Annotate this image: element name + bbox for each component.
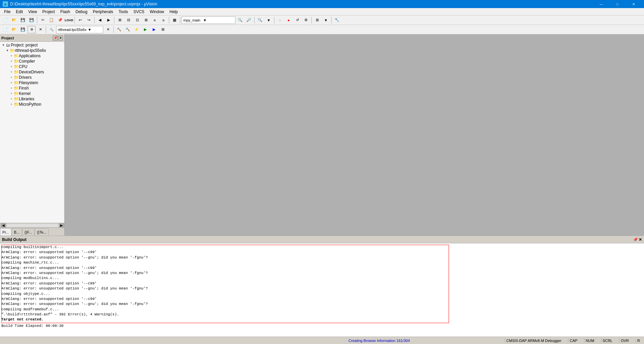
btn3[interactable]: ⊡ [133, 16, 141, 24]
libraries-expander[interactable]: + [9, 97, 13, 101]
menu-edit[interactable]: Edit [13, 8, 26, 15]
t2-btn12[interactable]: ⊞ [159, 26, 167, 33]
zoom-dropdown[interactable]: ▼ [265, 16, 273, 24]
tree-item-applications[interactable]: + 📁 Applications [0, 53, 64, 59]
copy-btn[interactable]: 📋 [47, 16, 55, 24]
scroll-right-btn[interactable]: ▶ [59, 223, 64, 228]
tree-item-micropython[interactable]: + 📁 MicroPython [0, 102, 64, 107]
reset-btn[interactable]: ↺ [293, 16, 301, 24]
scroll-left-btn[interactable]: ◀ [1, 223, 6, 228]
menu-file[interactable]: File [1, 8, 13, 15]
minimize-button[interactable]: — [594, 0, 609, 8]
view-dropdown[interactable]: ▼ [322, 16, 330, 24]
t2-btn4[interactable]: ⚙ [28, 26, 36, 33]
save-btn[interactable]: 💾 [19, 16, 27, 24]
applications-expander[interactable]: + [9, 54, 13, 58]
t2-btn7[interactable]: ✕ [104, 26, 112, 33]
tools-btn[interactable]: 🔧 [333, 16, 341, 24]
menu-tools[interactable]: Tools [116, 8, 131, 15]
tree-item-finsh[interactable]: + 📁 Finsh [0, 85, 64, 91]
open-btn[interactable]: 📂 [10, 16, 18, 24]
finsh-expander[interactable]: + [9, 86, 13, 90]
run-btn[interactable]: ○ [276, 16, 284, 24]
tab-project[interactable]: Pr... [0, 228, 11, 236]
t2-btn6[interactable]: 🔍 [47, 26, 55, 33]
filesystem-expander[interactable]: + [9, 81, 13, 85]
status-num: NUM [584, 339, 596, 343]
tab-functions[interactable]: {}F... [22, 228, 34, 236]
target-dropdown[interactable]: mpy_main ▼ [182, 16, 235, 24]
menu-window[interactable]: Window [147, 8, 167, 15]
menu-svcs[interactable]: SVCS [131, 8, 147, 15]
sep1 [37, 17, 37, 24]
t2-btn1[interactable]: 📄 [1, 26, 9, 33]
tab-templates[interactable]: {}Te... [35, 228, 49, 236]
build-output-pin[interactable]: 📌 [633, 237, 638, 242]
save-all-btn[interactable]: 💾 [28, 16, 36, 24]
tree-item-devicedrivers[interactable]: + 📁 DeviceDrivers [0, 69, 64, 75]
compiler-expander[interactable]: + [9, 59, 13, 63]
tree-root[interactable]: ▼ 🗂 Project: project [0, 42, 64, 48]
close-button[interactable]: ✕ [626, 0, 641, 8]
drivers-label: Drivers [19, 75, 32, 80]
scroll-track[interactable] [7, 224, 58, 227]
target-expander[interactable]: ▼ [5, 48, 9, 53]
settings-btn[interactable]: ⚙ [302, 16, 310, 24]
devicedrivers-expander[interactable]: + [9, 70, 13, 74]
paste-btn[interactable]: 📌 [56, 16, 64, 24]
stop-btn[interactable]: ● [285, 16, 293, 24]
btn7[interactable]: ▦ [171, 16, 179, 24]
target2-dropdown[interactable]: rtthread-lpc55s6x ▼ [56, 26, 103, 33]
root-expander[interactable]: ▼ [1, 43, 5, 47]
kernel-expander[interactable]: + [9, 92, 13, 96]
t2-rebuild-btn[interactable]: 🔨 [124, 26, 132, 33]
new-file-btn[interactable]: 📄 [1, 16, 9, 24]
menu-flash[interactable]: Flash [58, 8, 73, 15]
toolbar2: 📄 📂 💾 ⚙ ✕ 🔍 rtthread-lpc55s6x ▼ ✕ 🔨 🔨 ⚡ … [0, 25, 644, 34]
tree-item-libraries[interactable]: + 📁 Libraries [0, 96, 64, 102]
menu-view[interactable]: View [26, 8, 40, 15]
zoom-btn[interactable]: 🔍 [256, 16, 264, 24]
btn6[interactable]: ≡ [159, 16, 167, 24]
tree-item-filesystem[interactable]: + 📁 Filesystem [0, 80, 64, 85]
search-btn[interactable]: 🔍 [236, 16, 244, 24]
tree-target[interactable]: ▼ 📁 rtthread-lpc55s6x [0, 48, 64, 53]
t2-btn2[interactable]: 📂 [10, 26, 18, 33]
drivers-expander[interactable]: + [9, 75, 13, 79]
maximize-button[interactable]: □ [610, 0, 625, 8]
panel-close-btn[interactable]: ✕ [58, 36, 63, 40]
back-btn[interactable]: ◀ [96, 16, 104, 24]
t2-build-btn[interactable]: 🔨 [115, 26, 123, 33]
btn1[interactable]: ⊞ [116, 16, 124, 24]
load-btn[interactable]: LOAD [65, 16, 73, 24]
menu-debug[interactable]: Debug [73, 8, 90, 15]
forward-btn[interactable]: ▶ [105, 16, 113, 24]
t2-btn5[interactable]: ✕ [36, 26, 44, 33]
tree-item-compiler[interactable]: + 📁 Compiler [0, 59, 64, 64]
undo-btn[interactable]: ↩ [76, 16, 84, 24]
btn4[interactable]: ⊞ [142, 16, 150, 24]
tab-books[interactable]: B... [12, 228, 22, 236]
cut-btn[interactable]: ✂ [39, 16, 47, 24]
redo-btn[interactable]: ↪ [85, 16, 93, 24]
menu-project[interactable]: Project [40, 8, 58, 15]
cpu-expander[interactable]: + [9, 65, 13, 69]
tree-item-cpu[interactable]: + 📁 CPU [0, 64, 64, 69]
build-output-close[interactable]: ✕ [639, 237, 642, 242]
t2-btn11[interactable]: ▶ [150, 26, 158, 33]
view-btn[interactable]: ⊞ [313, 16, 321, 24]
tree-item-kernel[interactable]: + 📁 Kernel [0, 91, 64, 96]
t2-btn9[interactable]: ⚡ [132, 26, 141, 33]
tree-scrollbar[interactable]: ◀ ▶ [0, 223, 64, 228]
t2-btn10[interactable]: ▶ [141, 26, 149, 33]
t2-btn3[interactable]: 💾 [19, 26, 27, 33]
tree-item-drivers[interactable]: + 📁 Drivers [0, 75, 64, 80]
btn2[interactable]: ⊟ [124, 16, 132, 24]
menu-peripherals[interactable]: Peripherals [90, 8, 116, 15]
menu-help[interactable]: Help [167, 8, 181, 15]
build-output-content[interactable]: compiling builtinimport.c... ArmClang: e… [0, 243, 644, 337]
micropython-expander[interactable]: + [9, 102, 13, 106]
panel-pin-btn[interactable]: 📌 [53, 36, 58, 40]
btn5[interactable]: ≡ [151, 16, 159, 24]
find-btn[interactable]: 🔎 [245, 16, 253, 24]
